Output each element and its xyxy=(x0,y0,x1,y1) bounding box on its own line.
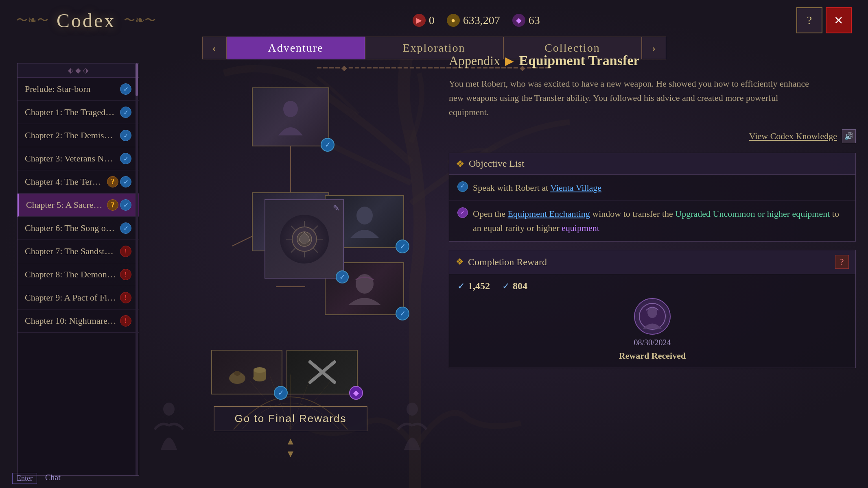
header: 〜❧〜 Codex 〜❧〜 ▶ 0 ● 633,207 ◆ 63 ? ✕ xyxy=(0,0,868,33)
reward-content: ✓ 1,452 ✓ 804 xyxy=(449,274,855,368)
portrait-silhouette-1 xyxy=(274,99,307,135)
bottom-bar: Enter Chat xyxy=(12,473,61,484)
node-card-top-inner xyxy=(253,88,328,146)
main-content: 〜❧〜 Codex 〜❧〜 ▶ 0 ● 633,207 ◆ 63 ? ✕ ‹ xyxy=(0,0,868,488)
nav-arrow-left[interactable]: ‹ xyxy=(202,37,227,59)
appendix-title: Equipment Transfer xyxy=(519,53,639,68)
reward-question-button[interactable]: ? xyxy=(835,255,849,269)
sidebar-badge-check-5: ✓ xyxy=(120,199,131,211)
reward-check-icon-2: ✓ xyxy=(502,281,509,292)
enter-label[interactable]: Enter xyxy=(12,473,37,484)
sidebar-item-ch6[interactable]: Chapter 6: The Song of the W ✓ xyxy=(17,217,139,240)
currency-gold-value: 633,207 xyxy=(463,14,500,27)
reward-count-2: ✓ 804 xyxy=(502,281,527,292)
svg-point-17 xyxy=(254,367,266,373)
currency-red-icon: ▶ xyxy=(413,14,426,27)
svg-point-36 xyxy=(407,403,418,416)
reward-header-left: ❖ Completion Reward xyxy=(456,257,547,268)
obj-check-2: ✓ xyxy=(457,207,468,218)
objective-header-label: Objective List xyxy=(469,158,525,169)
sidebar-item-prelude[interactable]: Prelude: Star-born ✓ xyxy=(17,78,139,101)
currency-red: ▶ 0 xyxy=(413,14,435,27)
app-title: Codex xyxy=(57,9,116,32)
vienta-village-link[interactable]: Vienta Village xyxy=(550,183,601,193)
portrait-silhouette-3 xyxy=(344,205,385,238)
currency-purple-icon: ◆ xyxy=(512,14,525,27)
edit-icon: ✎ xyxy=(333,203,340,213)
right-figure-svg xyxy=(396,401,429,450)
objective-item-1: ✓ Speak with Robert at Vienta Village xyxy=(449,175,855,201)
left-figure-svg xyxy=(153,401,185,450)
right-ornament: 〜❧〜 xyxy=(124,13,156,28)
objective-text-2: Open the Equipment Enchanting window to … xyxy=(473,207,847,235)
appendix-arrow: ▶ xyxy=(505,54,514,68)
objective-header-icon: ❖ xyxy=(456,158,465,170)
objective-item-2: ✓ Open the Equipment Enchanting window t… xyxy=(449,201,855,241)
chat-label[interactable]: Chat xyxy=(45,473,61,484)
sidebar-scrollbar[interactable] xyxy=(136,63,138,475)
sidebar-item-ch8[interactable]: Chapter 8: The Demon's Smi ! xyxy=(17,263,139,286)
help-button[interactable]: ? xyxy=(796,7,822,33)
sidebar-item-ch5[interactable]: Chapter 5: A Sacred Pled ? ✓ xyxy=(17,194,139,217)
completion-reward-section: ❖ Completion Reward ? ✓ 1,452 ✓ 804 xyxy=(449,250,856,368)
sidebar-item-ch1[interactable]: Chapter 1: The Tragedy of th ✓ xyxy=(17,101,139,124)
reward-count-1: ✓ 1,452 xyxy=(457,281,490,292)
close-button[interactable]: ✕ xyxy=(826,7,852,33)
currency-gold: ● 633,207 xyxy=(447,14,500,27)
svg-line-26 xyxy=(313,248,318,253)
right-figure xyxy=(396,401,429,451)
tab-adventure[interactable]: Adventure xyxy=(227,37,365,59)
reward-received-label: Reward Received xyxy=(619,351,686,361)
sidebar-badge-check-1: ✓ xyxy=(120,107,131,118)
sun-emblem-svg xyxy=(282,217,327,261)
reward-check-icon-1: ✓ xyxy=(457,281,465,292)
view-codex-label[interactable]: View Codex Knowledge xyxy=(749,131,837,142)
reward-item-svg xyxy=(638,302,667,331)
sun-emblem-icon xyxy=(280,215,329,264)
sidebar-item-ch3[interactable]: Chapter 3: Veterans Never D ✓ xyxy=(17,147,139,170)
sidebar-badge-check-2: ✓ xyxy=(120,130,131,141)
left-figure xyxy=(153,401,185,451)
sound-icon[interactable]: 🔊 xyxy=(842,129,856,143)
sidebar-badge-alert-8: ! xyxy=(120,269,131,280)
svg-point-9 xyxy=(283,101,298,117)
currency-purple-value: 63 xyxy=(529,14,540,27)
sidebar-ornament: ⬖ ◆ ⬗ xyxy=(17,63,139,78)
sidebar-item-ch9[interactable]: Chapter 9: A Pact of Fire and ! xyxy=(17,286,139,309)
left-ornament: 〜❧〜 xyxy=(16,13,48,28)
right-panel: Appendix ▶ Equipment Transfer You met Ro… xyxy=(449,53,856,480)
sidebar-badge-quest-4: ? xyxy=(107,176,118,187)
reward-date: 08/30/2024 xyxy=(634,338,671,347)
currency-bar: ▶ 0 ● 633,207 ◆ 63 xyxy=(413,14,540,27)
arc-decoration xyxy=(230,373,352,435)
svg-point-11 xyxy=(356,207,373,224)
appendix-label: Appendix xyxy=(449,53,500,68)
node-card-top[interactable]: ✓ xyxy=(252,87,329,146)
final-rewards-button-container: ▲ Go to Final Rewards ▼ xyxy=(286,436,295,460)
sidebar-item-ch2[interactable]: Chapter 2: The Demise of the ✓ xyxy=(17,124,139,147)
floating-card-ch5[interactable]: ✎ xyxy=(265,199,344,279)
node-card-right-badge: ✓ xyxy=(396,240,409,253)
objective-header: ❖ Objective List xyxy=(449,153,855,175)
equipment-enchanting-link[interactable]: Equipment Enchanting xyxy=(508,209,590,219)
view-codex-row: View Codex Knowledge 🔊 xyxy=(449,129,856,143)
completion-reward-label: Completion Reward xyxy=(468,257,547,268)
svg-line-34 xyxy=(291,381,331,429)
svg-line-25 xyxy=(291,226,295,230)
sidebar-badge-quest-5: ? xyxy=(107,199,118,211)
sidebar-scrollbar-thumb xyxy=(136,63,138,96)
reward-value-2: 804 xyxy=(513,281,527,292)
reward-counts: ✓ 1,452 ✓ 804 xyxy=(457,281,847,292)
sidebar-badge-alert-7: ! xyxy=(120,246,131,257)
sidebar-item-ch10[interactable]: Chapter 10: Nightmare Déjà ! xyxy=(17,309,139,333)
node-card-top-badge: ✓ xyxy=(321,138,335,152)
sidebar-item-ch7[interactable]: Chapter 7: The Sandstorm O ! xyxy=(17,240,139,263)
sidebar-item-ch4[interactable]: Chapter 4: The Terrific Tr ? ✓ xyxy=(17,170,139,194)
sidebar-badge-check-0: ✓ xyxy=(120,83,131,95)
node-card-lower-right-badge: ✓ xyxy=(396,307,409,320)
sidebar-badge-check-4: ✓ xyxy=(120,176,131,187)
map-area: ✓ ✓ xyxy=(144,63,437,476)
sidebar: ⬖ ◆ ⬗ Prelude: Star-born ✓ Chapter 1: Th… xyxy=(17,63,139,476)
reward-header: ❖ Completion Reward ? xyxy=(449,250,855,274)
appendix-header: Appendix ▶ Equipment Transfer xyxy=(449,53,856,68)
